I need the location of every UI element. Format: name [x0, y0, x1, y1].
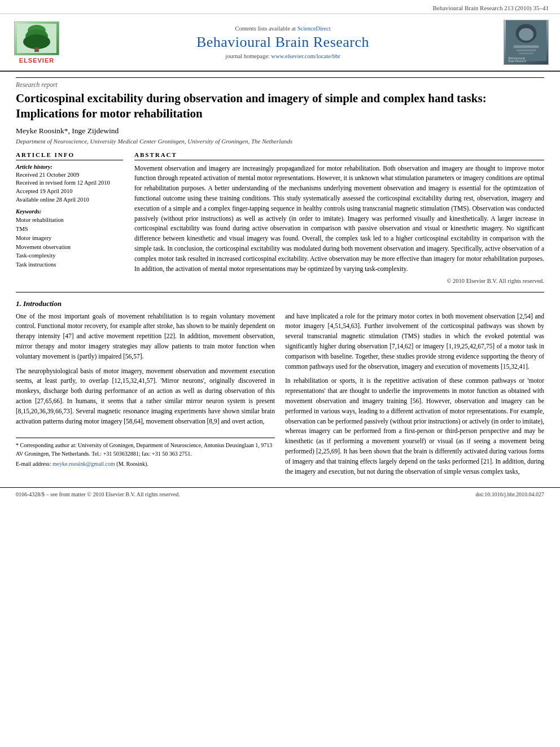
keyword-6: Task instructions: [16, 260, 123, 269]
keyword-4: Movement observation: [16, 243, 123, 252]
keywords-list: Motor rehabilitation TMS Motor imagery M…: [16, 216, 123, 269]
article-history-label: Article history:: [16, 164, 123, 170]
bottom-license: 0166-4328/$ – see front matter © 2010 El…: [16, 491, 180, 497]
svg-text:Brain Research: Brain Research: [509, 60, 527, 63]
article-dates: Received 21 October 2009 Received in rev…: [16, 171, 123, 204]
svg-rect-9: [516, 50, 536, 51]
journal-homepage-link[interactable]: www.elsevier.com/locate/bbr: [271, 53, 340, 59]
authors: Meyke Roosink*, Inge Zijdewind: [16, 126, 544, 136]
article-info-heading: ARTICLE INFO: [16, 151, 123, 160]
intro-right-p1: and have implicated a role for the prima…: [285, 312, 544, 372]
journal-meta-bar: Behavioural Brain Research 213 (2010) 35…: [0, 0, 560, 14]
available-date: Available online 28 April 2010: [16, 196, 123, 204]
abstract-col: ABSTRACT Movement observation and imager…: [134, 151, 544, 284]
article-body: Research report Corticospinal excitabili…: [0, 72, 560, 487]
journal-header: ELSEVIER Contents lists available at Sci…: [0, 14, 560, 72]
footnote-email-link[interactable]: meyke.roosink@gmail.com: [53, 461, 115, 467]
copyright: © 2010 Elsevier B.V. All rights reserved…: [134, 278, 544, 284]
abstract-text: Movement observation and imagery are inc…: [134, 164, 544, 274]
article-info-abstract-section: ARTICLE INFO Article history: Received 2…: [16, 151, 544, 284]
logo-tree-box: [14, 21, 59, 55]
footnote-star-text: * Corresponding author at: University of…: [16, 441, 275, 458]
journal-main-title: Behavioural Brain Research: [68, 34, 498, 51]
svg-point-3: [23, 34, 50, 49]
svg-point-7: [519, 28, 533, 41]
bottom-doi: doi:10.1016/j.bbr.2010.04.027: [476, 491, 544, 497]
intro-heading: 1. Introduction: [16, 299, 544, 308]
sciencedirect-link: Contents lists available at ScienceDirec…: [68, 25, 498, 32]
abstract-heading: ABSTRACT: [134, 151, 544, 160]
journal-cover-image: Behavioural Brain Research: [504, 20, 549, 65]
elsevier-brand-text: ELSEVIER: [19, 57, 54, 64]
keyword-2: TMS: [16, 225, 123, 234]
bottom-info-bar: 0166-4328/$ – see front matter © 2010 El…: [0, 487, 560, 501]
footnote-section: * Corresponding author at: University of…: [16, 438, 275, 468]
keyword-5: Task-complexity: [16, 251, 123, 260]
journal-title-center: Contents lists available at ScienceDirec…: [68, 25, 498, 59]
revised-date: Received in revised form 12 April 2010: [16, 179, 123, 187]
intro-col-right: and have implicated a role for the prima…: [285, 312, 544, 482]
footnote-email-line: E-mail address: meyke.roosink@gmail.com …: [16, 460, 275, 468]
svg-rect-8: [514, 45, 539, 48]
keyword-3: Motor imagery: [16, 234, 123, 243]
sciencedirect-anchor[interactable]: ScienceDirect: [298, 25, 331, 32]
article-info-col: ARTICLE INFO Article history: Received 2…: [16, 151, 123, 284]
affiliation: Department of Neuroscience, University M…: [16, 138, 544, 145]
article-title: Corticospinal excitability during observ…: [16, 91, 544, 122]
page: Behavioural Brain Research 213 (2010) 35…: [0, 0, 560, 747]
intro-two-col: One of the most important goals of movem…: [16, 312, 544, 482]
section-divider: [16, 292, 544, 292]
intro-col-left: One of the most important goals of movem…: [16, 312, 275, 482]
svg-rect-10: [519, 53, 533, 54]
intro-section: 1. Introduction One of the most importan…: [16, 299, 544, 482]
accepted-date: Accepted 19 April 2010: [16, 187, 123, 196]
intro-p2: The neurophysiological basis of motor im…: [16, 366, 275, 427]
received-date: Received 21 October 2009: [16, 171, 123, 180]
journal-homepage: journal homepage: www.elsevier.com/locat…: [68, 53, 498, 59]
keywords-label: Keywords:: [16, 208, 123, 215]
intro-p1: One of the most important goals of movem…: [16, 312, 275, 362]
report-type: Research report: [16, 77, 544, 88]
svg-rect-4: [34, 47, 39, 52]
intro-right-p2: In rehabilitation or sports, it is the r…: [285, 376, 544, 477]
elsevier-logo: ELSEVIER: [11, 21, 62, 64]
keyword-1: Motor rehabilitation: [16, 216, 123, 225]
journal-citation: Behavioural Brain Research 213 (2010) 35…: [432, 5, 549, 11]
